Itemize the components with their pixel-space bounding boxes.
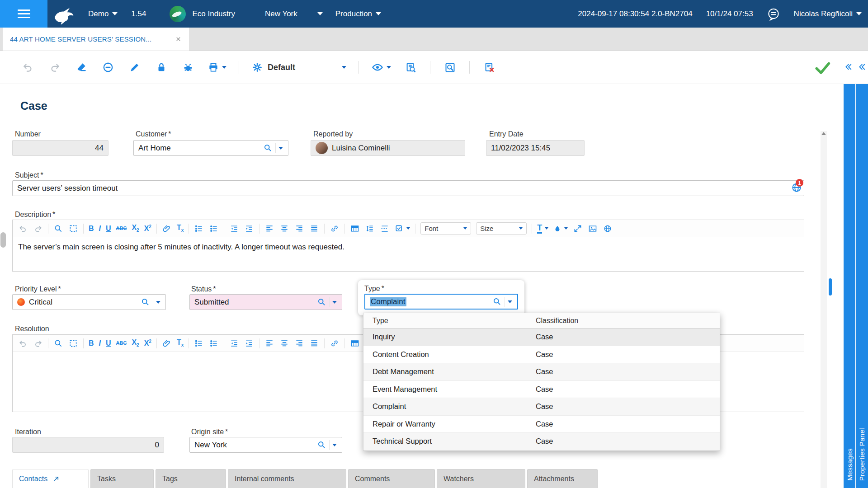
origin-site-field[interactable]: New York [189, 437, 342, 453]
line-height-icon[interactable] [365, 224, 375, 234]
properties-panel-tab[interactable]: Properties Panel [856, 84, 868, 488]
superscript-button[interactable]: X2 [144, 339, 151, 347]
editor-redo-icon[interactable] [33, 224, 43, 234]
tab-tasks[interactable]: Tasks [90, 469, 154, 488]
bullet-list-icon[interactable] [209, 224, 219, 234]
save-confirm-button[interactable] [814, 59, 831, 76]
vertical-scrollbar[interactable] [821, 131, 827, 488]
description-text[interactable]: The server’s main screen is closing afte… [13, 237, 804, 257]
redo-icon[interactable] [47, 60, 62, 75]
select-area-icon[interactable] [68, 338, 78, 348]
eraser-icon[interactable] [74, 60, 89, 75]
chevron-down-icon[interactable] [329, 440, 339, 450]
font-select[interactable]: Font [420, 222, 471, 235]
document-tab[interactable]: 44 ART HOME SERVER USERS’ SESSION... [3, 28, 189, 51]
edit-pen-icon[interactable] [127, 60, 142, 75]
editor-redo-icon[interactable] [33, 338, 43, 348]
search-icon[interactable] [492, 297, 502, 306]
tab-internal-comments[interactable]: Internal comments [228, 469, 346, 488]
outdent-icon[interactable] [229, 224, 239, 234]
tab-tags[interactable]: Tags [156, 469, 226, 488]
search-icon[interactable] [317, 440, 326, 450]
lock-icon[interactable] [154, 60, 169, 75]
editor-undo-icon[interactable] [18, 224, 28, 234]
bullet-list-icon[interactable] [209, 338, 219, 348]
chevron-down-icon[interactable] [275, 143, 285, 153]
indent-icon[interactable] [244, 224, 254, 234]
visibility-dropdown[interactable] [371, 61, 391, 74]
mode-dropdown[interactable]: Production [335, 9, 381, 19]
checkbox-dropdown[interactable] [395, 224, 410, 233]
tab-attachments[interactable]: Attachments [527, 469, 598, 488]
tab-contacts[interactable]: Contacts [12, 469, 89, 488]
preview-document-icon[interactable] [403, 60, 418, 75]
bold-button[interactable]: B [89, 340, 94, 347]
chevron-down-icon[interactable] [505, 297, 514, 307]
subscript-button[interactable]: X2 [132, 339, 139, 347]
description-editor[interactable]: B I U ABC X2 X2 Tx [12, 220, 804, 272]
status-field[interactable]: Submitted [189, 294, 342, 310]
clear-formatting-button[interactable]: Tx [177, 224, 184, 233]
underline-button[interactable]: U [106, 225, 111, 232]
table-icon[interactable] [350, 338, 360, 348]
zoom-icon[interactable] [53, 224, 63, 234]
site-dropdown[interactable]: New York [265, 9, 323, 19]
table-icon[interactable] [350, 224, 360, 234]
type-option-row[interactable]: Debt ManagementCase [363, 363, 720, 381]
delete-document-icon[interactable] [482, 60, 496, 75]
expand-icon[interactable] [53, 475, 60, 482]
tab-comments[interactable]: Comments [348, 469, 435, 488]
customer-field[interactable]: Art Home [133, 140, 288, 156]
text-color-dropdown[interactable]: T [537, 224, 548, 234]
main-menu-button[interactable] [0, 0, 47, 28]
select-area-icon[interactable] [68, 224, 78, 234]
search-icon[interactable] [141, 297, 150, 307]
type-option-row[interactable]: Event ManagementCase [363, 381, 720, 399]
page-break-icon[interactable] [380, 224, 390, 234]
align-right-icon[interactable] [294, 338, 304, 348]
align-right-icon[interactable] [294, 224, 304, 234]
type-option-row[interactable]: Repair or WarrantyCase [363, 416, 720, 433]
size-select[interactable]: Size [476, 222, 527, 235]
messages-panel-tab[interactable]: Messages [844, 84, 855, 488]
attachment-icon[interactable] [162, 224, 172, 234]
tab-watchers[interactable]: Watchers [437, 469, 525, 488]
subject-field[interactable]: Server users’ session timeout [12, 180, 804, 196]
align-justify-icon[interactable] [309, 338, 319, 348]
panel-splitter-handle[interactable] [829, 278, 832, 296]
ordered-list-icon[interactable] [194, 224, 204, 234]
debug-bug-icon[interactable] [181, 60, 195, 75]
type-field[interactable]: Complaint [364, 294, 518, 310]
align-center-icon[interactable] [279, 224, 289, 234]
zoom-icon[interactable] [53, 338, 63, 348]
link-icon[interactable] [330, 224, 340, 234]
strikethrough-button[interactable]: ABC [116, 341, 127, 346]
ordered-list-icon[interactable] [194, 338, 204, 348]
subscript-button[interactable]: X2 [132, 224, 139, 233]
environment-dropdown[interactable]: Demo [88, 9, 118, 19]
print-dropdown[interactable] [208, 61, 226, 73]
align-justify-icon[interactable] [309, 224, 319, 234]
align-left-icon[interactable] [264, 224, 274, 234]
type-option-row[interactable]: Content CreationCase [363, 346, 720, 364]
link-icon[interactable] [330, 338, 340, 348]
user-menu[interactable]: Nicolas Regñicoli [794, 9, 862, 19]
priority-field[interactable]: Critical [12, 294, 166, 310]
superscript-button[interactable]: X2 [144, 225, 151, 232]
editor-undo-icon[interactable] [18, 338, 28, 348]
record-search-icon[interactable] [443, 60, 457, 75]
tab-close-icon[interactable] [175, 36, 182, 42]
align-center-icon[interactable] [279, 338, 289, 348]
undo-icon[interactable] [21, 60, 35, 75]
fullscreen-icon[interactable] [573, 224, 583, 234]
align-left-icon[interactable] [264, 338, 274, 348]
indent-icon[interactable] [244, 338, 254, 348]
image-icon[interactable] [588, 224, 598, 234]
italic-button[interactable]: I [99, 340, 101, 347]
collapse-properties-icon[interactable] [856, 62, 866, 72]
globe-icon[interactable] [603, 224, 613, 234]
bold-button[interactable]: B [89, 225, 94, 232]
underline-button[interactable]: U [106, 340, 111, 347]
outdent-icon[interactable] [229, 338, 239, 348]
search-icon[interactable] [317, 297, 326, 307]
